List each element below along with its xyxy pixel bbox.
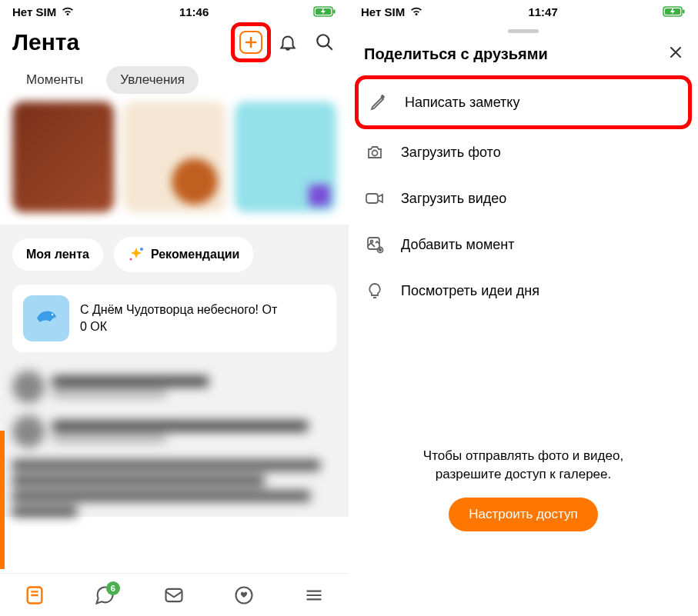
svg-point-6 bbox=[52, 314, 53, 315]
chip-recommendations[interactable]: Рекомендации bbox=[114, 237, 254, 272]
close-button[interactable] bbox=[669, 45, 683, 63]
dove-icon bbox=[23, 295, 69, 341]
option-write-note[interactable]: Написать заметку bbox=[355, 75, 692, 129]
option-view-ideas[interactable]: Посмотреть идеи дня bbox=[359, 268, 687, 314]
status-time: 11:46 bbox=[179, 5, 209, 18]
nav-menu[interactable] bbox=[297, 578, 331, 612]
sheet-title: Поделиться с друзьями bbox=[364, 45, 548, 63]
nav-messages[interactable]: 6 bbox=[88, 578, 122, 612]
option-label: Загрузить видео bbox=[401, 191, 506, 207]
svg-point-4 bbox=[140, 248, 143, 251]
search-button[interactable] bbox=[313, 31, 336, 54]
permission-button[interactable]: Настроить доступ bbox=[449, 498, 597, 531]
nav-feed[interactable] bbox=[18, 578, 52, 612]
feed-item[interactable] bbox=[12, 409, 336, 454]
option-add-moment[interactable]: Добавить момент bbox=[359, 221, 687, 268]
lightbulb-icon bbox=[364, 280, 386, 301]
promo-text: С Днём Чудотворца небесного! От 0 ОК bbox=[80, 301, 326, 335]
content-cards bbox=[0, 102, 349, 225]
wifi-icon bbox=[61, 6, 75, 17]
pen-icon bbox=[368, 92, 389, 113]
tab-hobbies[interactable]: Увлечения bbox=[106, 66, 199, 94]
battery-charging-icon bbox=[313, 6, 336, 17]
image-plus-icon bbox=[364, 234, 386, 255]
add-button[interactable] bbox=[239, 31, 262, 54]
permission-text-line1: Чтобы отправлять фото и видео, bbox=[423, 448, 623, 463]
sparkle-icon bbox=[128, 246, 145, 263]
svg-point-16 bbox=[371, 241, 373, 243]
svg-point-3 bbox=[317, 35, 329, 46]
video-icon bbox=[364, 188, 386, 209]
status-bar: Нет SIM 11:47 bbox=[349, 0, 698, 23]
option-label: Добавить момент bbox=[401, 237, 515, 253]
option-upload-photo[interactable]: Загрузить фото bbox=[359, 129, 687, 175]
bottom-nav: 6 bbox=[0, 573, 349, 616]
chip-my-feed[interactable]: Моя лента bbox=[12, 238, 103, 271]
camera-icon bbox=[364, 142, 386, 163]
battery-charging-icon bbox=[663, 6, 686, 17]
nav-mail[interactable] bbox=[157, 578, 191, 612]
promo-card[interactable]: С Днём Чудотворца небесного! От 0 ОК bbox=[12, 285, 336, 352]
svg-point-5 bbox=[129, 258, 132, 261]
option-label: Написать заметку bbox=[405, 95, 519, 111]
avatar bbox=[12, 371, 45, 403]
nav-badge: 6 bbox=[106, 581, 120, 595]
svg-rect-14 bbox=[366, 194, 378, 203]
option-label: Посмотреть идеи дня bbox=[401, 283, 539, 299]
carrier-text: Нет SIM bbox=[361, 5, 405, 18]
svg-rect-8 bbox=[166, 588, 182, 601]
content-card[interactable] bbox=[123, 102, 225, 212]
carrier-text: Нет SIM bbox=[12, 5, 56, 18]
chip-label: Рекомендации bbox=[151, 248, 240, 261]
feed-item[interactable] bbox=[12, 365, 336, 409]
status-bar: Нет SIM 11:46 bbox=[0, 0, 349, 23]
page-title: Лента bbox=[12, 29, 79, 55]
option-upload-video[interactable]: Загрузить видео bbox=[359, 175, 687, 221]
option-label: Загрузить фото bbox=[401, 145, 501, 161]
tab-moments[interactable]: Моменты bbox=[12, 66, 97, 94]
nav-likes[interactable] bbox=[227, 578, 261, 612]
permission-text-line2: разрешите доступ к галерее. bbox=[436, 467, 612, 481]
wifi-icon bbox=[409, 6, 423, 17]
add-button-highlight bbox=[231, 22, 271, 62]
avatar bbox=[12, 415, 45, 448]
permission-block: Чтобы отправлять фото и видео, разрешите… bbox=[349, 447, 698, 531]
content-card[interactable] bbox=[235, 102, 336, 212]
svg-rect-2 bbox=[333, 10, 336, 14]
svg-rect-12 bbox=[683, 10, 685, 14]
notifications-button[interactable] bbox=[276, 31, 299, 54]
status-time: 11:47 bbox=[528, 5, 557, 18]
sheet-handle[interactable] bbox=[508, 29, 539, 33]
svg-point-13 bbox=[372, 151, 378, 156]
content-card[interactable] bbox=[12, 102, 114, 212]
accent-bar bbox=[0, 431, 5, 569]
